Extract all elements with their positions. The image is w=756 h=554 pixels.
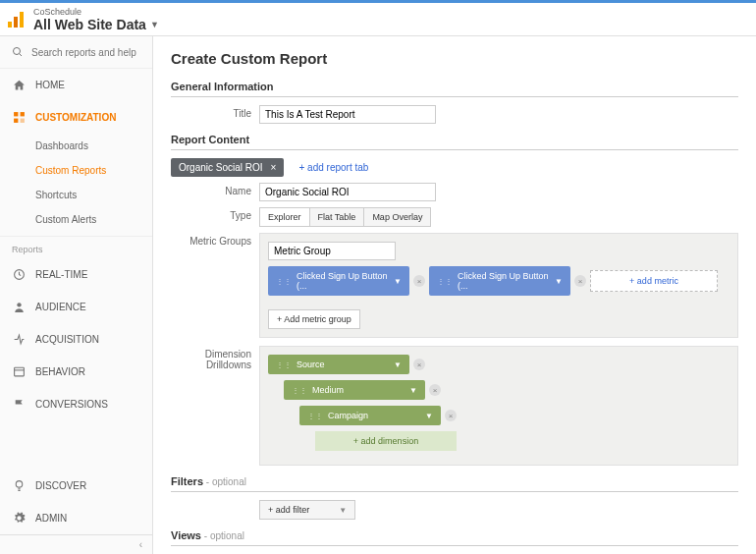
- input-title[interactable]: [259, 105, 436, 124]
- svg-point-13: [16, 481, 23, 488]
- metric-chip[interactable]: ⋮⋮Clicked Sign Up Button (...▼: [268, 266, 409, 296]
- reports-label: Reports: [0, 236, 152, 258]
- behavior-icon: [12, 365, 26, 378]
- app-header: CoSchedule All Web Site Data ▼: [0, 3, 756, 36]
- type-explorer[interactable]: Explorer: [259, 207, 310, 227]
- svg-rect-8: [20, 119, 24, 123]
- gear-icon: [12, 512, 26, 525]
- delete-metric[interactable]: ×: [413, 275, 425, 287]
- label-metric-groups: Metric Groups: [171, 233, 259, 338]
- svg-rect-6: [20, 112, 24, 116]
- close-icon[interactable]: ×: [271, 162, 277, 173]
- sidebar: HOME CUSTOMIZATION Dashboards Custom Rep…: [0, 36, 153, 554]
- search-icon: [12, 46, 24, 58]
- home-icon: [12, 79, 26, 91]
- sub-dashboards[interactable]: Dashboards: [0, 134, 152, 158]
- add-metric-group[interactable]: + Add metric group: [268, 309, 360, 329]
- dimensions-panel: ⋮⋮Source▼× ⋮⋮Medium▼× ⋮⋮Campaign▼× + add…: [259, 346, 738, 466]
- search-input[interactable]: [31, 47, 139, 58]
- clock-icon: [12, 268, 26, 281]
- section-filters: Filters - optional: [171, 475, 738, 492]
- ga-logo-icon: [8, 12, 24, 28]
- nav-discover[interactable]: DISCOVER: [0, 470, 152, 502]
- person-icon: [12, 301, 26, 313]
- report-tab[interactable]: Organic Social ROI ×: [171, 158, 284, 177]
- main-content: Create Custom Report General Information…: [153, 36, 756, 554]
- nav-behavior[interactable]: BEHAVIOR: [0, 356, 152, 388]
- collapse-sidebar[interactable]: ‹: [0, 534, 152, 554]
- add-report-tab[interactable]: + add report tab: [299, 162, 369, 173]
- grip-icon: ⋮⋮: [276, 277, 292, 286]
- account-name: CoSchedule: [33, 7, 159, 17]
- label-name: Name: [171, 183, 259, 201]
- type-flat-table[interactable]: Flat Table: [309, 207, 365, 227]
- chevron-down-icon: ▼: [394, 277, 402, 286]
- chevron-down-icon: ▼: [394, 360, 402, 369]
- nav-acquisition[interactable]: ACQUISITION: [0, 323, 152, 356]
- delete-metric[interactable]: ×: [574, 275, 586, 287]
- delete-dimension[interactable]: ×: [445, 410, 457, 421]
- dimension-chip[interactable]: ⋮⋮Source▼: [268, 355, 409, 374]
- nav-customization[interactable]: CUSTOMIZATION: [0, 101, 152, 134]
- dimension-chip[interactable]: ⋮⋮Campaign▼: [299, 406, 441, 425]
- section-general: General Information: [171, 81, 738, 97]
- grip-icon: ⋮⋮: [276, 360, 292, 369]
- chevron-down-icon: ▼: [339, 506, 347, 515]
- chevron-down-icon: ▼: [409, 386, 417, 395]
- svg-rect-7: [14, 119, 18, 123]
- section-content: Report Content: [171, 134, 738, 150]
- view-selector[interactable]: All Web Site Data ▼: [33, 17, 159, 32]
- svg-line-4: [20, 54, 23, 57]
- metric-groups-panel: ⋮⋮Clicked Sign Up Button (...▼ × ⋮⋮Click…: [259, 233, 738, 338]
- svg-rect-5: [14, 112, 18, 116]
- chevron-down-icon: ▼: [555, 277, 563, 286]
- type-map-overlay[interactable]: Map Overlay: [363, 207, 431, 227]
- caret-down-icon: ▼: [150, 20, 159, 29]
- delete-dimension[interactable]: ×: [413, 359, 425, 370]
- add-dimension[interactable]: + add dimension: [315, 431, 457, 451]
- page-title: Create Custom Report: [171, 50, 738, 67]
- dimension-chip[interactable]: ⋮⋮Medium▼: [284, 380, 425, 400]
- sub-custom-alerts[interactable]: Custom Alerts: [0, 207, 152, 232]
- label-title: Title: [171, 105, 259, 124]
- label-type: Type: [171, 207, 259, 227]
- nav-home[interactable]: HOME: [0, 69, 152, 101]
- customization-icon: [12, 111, 26, 124]
- nav-admin[interactable]: ADMIN: [0, 502, 152, 534]
- nav-realtime[interactable]: REAL-TIME: [0, 258, 152, 291]
- flag-icon: [12, 398, 26, 411]
- grip-icon: ⋮⋮: [437, 277, 453, 286]
- label-dimensions: Dimension Drilldowns: [171, 346, 259, 466]
- acquisition-icon: [12, 333, 26, 346]
- svg-rect-2: [20, 12, 24, 28]
- grip-icon: ⋮⋮: [292, 386, 307, 395]
- svg-rect-11: [14, 367, 24, 376]
- chevron-down-icon: ▼: [425, 412, 433, 420]
- grip-icon: ⋮⋮: [307, 412, 323, 420]
- svg-point-3: [14, 48, 21, 55]
- svg-rect-0: [8, 22, 12, 28]
- nav-conversions[interactable]: CONVERSIONS: [0, 388, 152, 420]
- search-row[interactable]: [0, 36, 152, 69]
- sub-custom-reports[interactable]: Custom Reports: [0, 158, 152, 183]
- add-metric[interactable]: + add metric: [590, 270, 718, 292]
- input-name[interactable]: [259, 183, 436, 201]
- sub-shortcuts[interactable]: Shortcuts: [0, 183, 152, 207]
- section-views: Views - optional: [171, 529, 738, 546]
- svg-point-10: [17, 303, 21, 306]
- add-filter[interactable]: + add filter▼: [259, 500, 355, 520]
- nav-audience[interactable]: AUDIENCE: [0, 291, 152, 323]
- metric-group-name[interactable]: [268, 242, 396, 260]
- svg-rect-1: [14, 17, 18, 28]
- bulb-icon: [12, 479, 26, 492]
- metric-chip[interactable]: ⋮⋮Clicked Sign Up Button (...▼: [429, 266, 570, 296]
- delete-dimension[interactable]: ×: [429, 384, 441, 396]
